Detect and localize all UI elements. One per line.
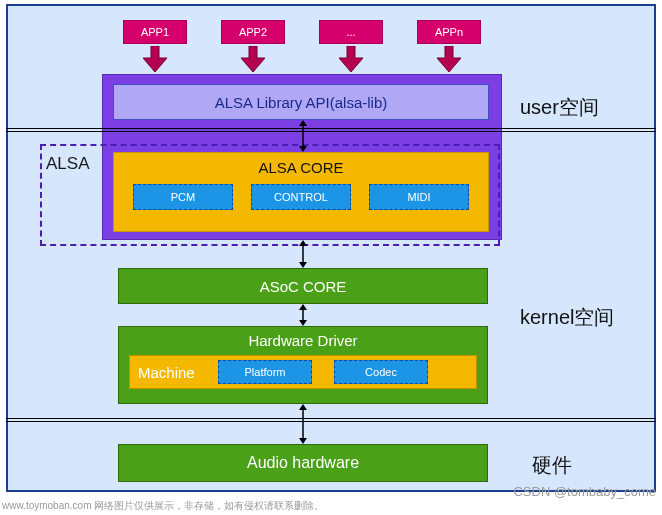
arrow-down-icon (221, 46, 285, 74)
svg-marker-1 (241, 46, 265, 72)
machine-module-codec: Codec (334, 360, 428, 384)
alsa-library-api-box: ALSA Library API(alsa-lib) (113, 84, 489, 120)
asoc-core-box: ASoC CORE (118, 268, 488, 304)
alsa-core-module-pcm: PCM (133, 184, 233, 210)
watermark-right: CSDN @tombaby_come (513, 484, 656, 499)
alsa-label: ALSA (46, 154, 89, 174)
arrow-down-icon (319, 46, 383, 74)
app-arrows-row (123, 46, 481, 74)
machine-module-platform: Platform (218, 360, 312, 384)
svg-marker-5 (299, 120, 307, 126)
alsa-core-title: ALSA CORE (114, 153, 488, 176)
svg-marker-8 (299, 240, 307, 246)
alsa-core-module-control: CONTROL (251, 184, 351, 210)
app-box-2: APP2 (221, 20, 285, 44)
section-label-user-space: user空间 (520, 94, 599, 121)
svg-marker-3 (437, 46, 461, 72)
app-box-n: APPn (417, 20, 481, 44)
connector-icon (296, 304, 310, 326)
alsa-core-module-midi: MIDI (369, 184, 469, 210)
machine-modules: Platform Codec (218, 360, 428, 384)
alsa-core-box: ALSA CORE PCM CONTROL MIDI (113, 152, 489, 232)
svg-marker-0 (143, 46, 167, 72)
svg-marker-11 (299, 304, 307, 310)
section-label-hardware: 硬件 (532, 452, 572, 479)
app-box-ellipsis: ... (319, 20, 383, 44)
svg-marker-14 (299, 404, 307, 410)
app-box-1: APP1 (123, 20, 187, 44)
hardware-driver-title: Hardware Driver (119, 327, 487, 349)
hardware-driver-box: Hardware Driver Machine Platform Codec (118, 326, 488, 404)
alsa-core-modules: PCM CONTROL MIDI (114, 176, 488, 210)
machine-label: Machine (130, 364, 218, 381)
section-label-kernel-space: kernel空间 (520, 304, 614, 331)
separator-kernel-hardware (6, 418, 656, 422)
watermark-left: www.toymoban.com 网络图片仅供展示，非存储，如有侵权请联系删除。 (2, 499, 324, 513)
arrow-down-icon (417, 46, 481, 74)
separator-user-kernel (6, 128, 656, 132)
arrow-down-icon (123, 46, 187, 74)
connector-icon (296, 120, 310, 152)
machine-bar: Machine Platform Codec (129, 355, 477, 389)
connector-icon (296, 404, 310, 444)
connector-icon (296, 240, 310, 268)
apps-row: APP1 APP2 ... APPn (123, 20, 481, 44)
svg-marker-2 (339, 46, 363, 72)
audio-hardware-box: Audio hardware (118, 444, 488, 482)
